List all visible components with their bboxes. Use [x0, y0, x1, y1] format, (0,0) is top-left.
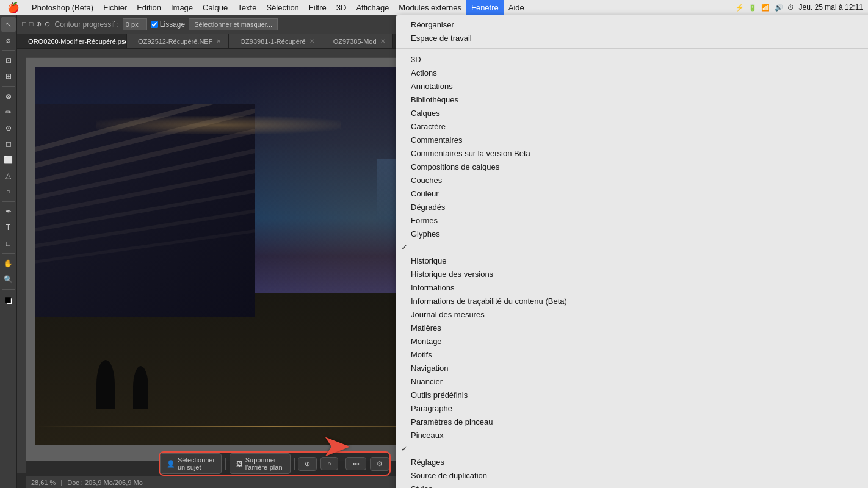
tool-clone[interactable]: ⊙	[1, 121, 16, 135]
dd-styles-label: Styles	[411, 484, 432, 489]
tool-measure[interactable]: ⊞	[1, 69, 16, 84]
tool-blur[interactable]: △	[1, 168, 16, 183]
tool-hand[interactable]: ✋	[1, 256, 16, 271]
apple-menu[interactable]: 🍎	[0, 2, 27, 13]
tab-1[interactable]: _OZ92512-Récupéré.NEF ✕	[127, 34, 229, 49]
dropdown-menu: Réorganiser ▶ Espace de travail ▶ 3D Act…	[396, 15, 868, 488]
tool-crop[interactable]: ⊡	[1, 53, 16, 68]
dd-pinceaux[interactable]: Pinceaux	[396, 428, 868, 442]
dd-navigation[interactable]: Navigation	[396, 361, 868, 375]
dd-formes-label: Formes	[411, 216, 438, 225]
tool-dodge[interactable]: ○	[1, 184, 16, 199]
tab-3[interactable]: _OZ97385-Mod ✕	[322, 34, 393, 49]
dd-annotations-label: Annotations	[411, 82, 453, 91]
tab-0[interactable]: _ORO0260-Modifier-Récupéré.psd ✕	[17, 34, 127, 49]
dd-journal[interactable]: Journal des mesures	[396, 307, 868, 321]
menu-aide[interactable]: Aide	[504, 0, 529, 15]
menu-photoshop[interactable]: Photoshop (Beta)	[27, 0, 98, 15]
dd-couches[interactable]: Couches	[396, 173, 868, 187]
dd-paragraphe[interactable]: Paragraphe	[396, 401, 868, 415]
dd-matieres[interactable]: Matières	[396, 321, 868, 334]
dd-compositions-label: Compositions de calques	[411, 162, 499, 171]
tab-2-close[interactable]: ✕	[309, 38, 314, 45]
dd-historique[interactable]: Historique	[396, 254, 868, 267]
tab-1-close[interactable]: ✕	[216, 38, 221, 45]
dd-styles[interactable]: Styles	[396, 482, 868, 488]
dd-caractere[interactable]: Caractère	[396, 120, 868, 133]
select-subject-label: Sélectionner un sujet	[178, 456, 215, 471]
tool-lasso[interactable]: ⌀	[1, 33, 16, 48]
dd-historique-versions[interactable]: Historique des versions	[396, 267, 868, 281]
menu-modules[interactable]: Modules externes	[394, 0, 466, 15]
tab-1-label: _OZ92512-Récupéré.NEF	[134, 38, 212, 45]
dd-tracabilite[interactable]: Informations de traçabilité du contenu (…	[396, 294, 868, 307]
dd-3d[interactable]: 3D	[396, 52, 868, 66]
tab-3-close[interactable]: ✕	[380, 38, 385, 45]
tool-zoom[interactable]: 🔍	[1, 272, 16, 287]
tool-separator-5	[2, 289, 15, 290]
menu-edition[interactable]: Edition	[132, 0, 166, 15]
dd-bibliotheques[interactable]: Bibliothèques	[396, 93, 868, 106]
ctx-settings-btn[interactable]: ⚙	[370, 457, 389, 471]
dd-motifs[interactable]: Motifs	[396, 348, 868, 361]
dd-informations-label: Informations	[411, 283, 455, 292]
tool-brush[interactable]: ✏	[1, 105, 16, 120]
dd-histogramme[interactable]: ✓Histogramme	[396, 240, 868, 254]
dd-annotations[interactable]: Annotations	[396, 79, 868, 93]
dd-parametres-pinceau[interactable]: Paramètres de pinceauF5	[396, 415, 868, 428]
lissage-checkbox[interactable]: Lissage	[151, 20, 185, 29]
contour-value[interactable]	[123, 18, 147, 30]
dd-outils-predefinis[interactable]: Outils prédéfinis	[396, 388, 868, 401]
dd-montage[interactable]: Montage	[396, 334, 868, 348]
tool-eraser[interactable]: ◻	[1, 137, 16, 151]
tool-separator-1	[2, 50, 15, 51]
selectionner-masquer-btn[interactable]: Sélectionner et masquer...	[189, 18, 278, 30]
contour-label: Contour progressif :	[54, 20, 118, 29]
dd-navigation-label: Navigation	[411, 364, 448, 373]
ctx-icon-1[interactable]: ⊕	[298, 457, 317, 471]
tab-2[interactable]: _OZ93981-1-Récupéré ✕	[229, 34, 322, 49]
dd-actions[interactable]: ActionsF9	[396, 66, 868, 79]
remove-bg-btn[interactable]: 🖼 Supprimer l'arrière-plan	[230, 453, 291, 474]
system-icons: ⚡ 🔋 📶 🔊 ⏱	[736, 4, 795, 12]
dd-reglages[interactable]: Réglages	[396, 455, 868, 468]
dd-compositions[interactable]: Compositions de calques	[396, 160, 868, 173]
dd-calques[interactable]: CalquesF7	[396, 106, 868, 120]
menu-texte[interactable]: Texte	[233, 0, 261, 15]
zoom-level: 28,61 %	[31, 479, 56, 486]
menu-calque[interactable]: Calque	[198, 0, 233, 15]
dd-paragraphe-label: Paragraphe	[411, 404, 452, 413]
tool-shape[interactable]: □	[1, 236, 16, 251]
dd-commentaires[interactable]: Commentaires	[396, 133, 868, 146]
dd-commentaires-beta[interactable]: Commentaires sur la version Beta	[396, 146, 868, 160]
tool-foreground[interactable]: ■	[1, 292, 16, 307]
tool-eyedropper[interactable]: ⊗	[1, 89, 16, 104]
silhouette-2	[133, 366, 148, 409]
dd-glyphes[interactable]: Glyphes	[396, 227, 868, 240]
tool-gradient[interactable]: ⬜	[1, 152, 16, 167]
dd-degrades[interactable]: Dégradés	[396, 200, 868, 214]
menu-affichage[interactable]: Affichage	[351, 0, 394, 15]
tool-pen[interactable]: ✒	[1, 204, 16, 219]
menu-fenetre[interactable]: Fenêtre	[466, 0, 504, 15]
ctx-separator-2	[294, 458, 295, 470]
dd-couleur[interactable]: CouleurF6	[396, 187, 868, 200]
menu-image[interactable]: Image	[166, 0, 198, 15]
dd-formes[interactable]: Formes	[396, 214, 868, 227]
menu-filtre[interactable]: Filtre	[304, 0, 331, 15]
dd-nuancier[interactable]: Nuancier	[396, 375, 868, 388]
select-subject-btn[interactable]: 👤 Sélectionner un sujet	[160, 453, 222, 474]
menu-selection[interactable]: Sélection	[261, 0, 303, 15]
menu-3d[interactable]: 3D	[331, 0, 352, 15]
dd-proprietes[interactable]: ✓Propriétés	[396, 442, 868, 455]
tool-select[interactable]: ↖	[1, 17, 16, 32]
menu-fichier[interactable]: Fichier	[98, 0, 132, 15]
dd-source-duplication[interactable]: Source de duplication	[396, 468, 868, 482]
dropdown-reorganiser[interactable]: Réorganiser ▶	[396, 18, 868, 31]
dd-informations[interactable]: InformationsF8	[396, 281, 868, 294]
status-separator: |	[60, 479, 62, 486]
shape-options: □ □ ⊕ ⊖	[22, 20, 51, 28]
ruler-left	[17, 49, 26, 473]
dropdown-espace-travail[interactable]: Espace de travail ▶	[396, 31, 868, 45]
tool-text[interactable]: T	[1, 220, 16, 235]
